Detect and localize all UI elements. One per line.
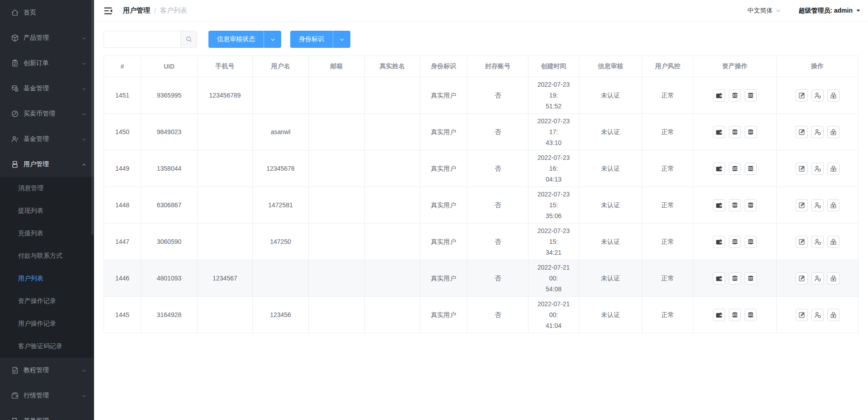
row-action-button-lock-icon[interactable] [827,272,840,285]
asset-action-button-coins-disable-icon[interactable] [745,199,757,211]
chevron-down-icon[interactable] [264,31,281,48]
asset-action-button-wallet-icon[interactable] [713,199,725,211]
row-action-button-lock-icon[interactable] [827,126,840,138]
submenu-item[interactable]: 资产操作记录 [0,290,94,313]
submenu-item[interactable]: 客户验证码记录 [0,335,94,358]
sidebar-item[interactable]: 创新订单 [0,51,94,76]
sidebar-item[interactable]: 菜单管理 [0,408,94,420]
asset-action-button-coins-disable-icon[interactable] [745,126,757,138]
cell-uid: 6306867 [141,187,198,224]
asset-action-button-coins-dollar-icon[interactable]: $ [729,126,741,138]
sidebar-item[interactable]: 用户管理 [0,152,94,177]
asset-action-button-coins-disable-icon[interactable] [745,272,757,285]
sidebar-item[interactable]: 基金管理 [0,76,94,101]
row-action-button-user-shield-icon[interactable] [811,126,824,138]
cell-review: 未认证 [579,150,642,187]
row-action-button-edit-icon[interactable] [796,89,808,102]
row-action-button-user-shield-icon[interactable] [811,236,824,248]
asset-action-button-coins-dollar-icon[interactable]: $ [729,163,741,175]
submenu-item[interactable]: 用户操作记录 [0,313,94,335]
cell-risk: 正常 [642,297,693,333]
created-line-1: 2022-07-23 15: [533,189,574,210]
asset-action-button-coins-dollar-icon[interactable]: $ [729,272,741,285]
cell-realname [365,114,420,150]
asset-action-button-wallet-icon[interactable] [713,163,725,175]
submenu-item[interactable]: 提现列表 [0,200,94,222]
cell-id: 1447 [104,224,141,260]
column-header: 创建时间 [528,56,579,77]
svg-text:$: $ [734,313,736,317]
breadcrumb-section: 用户管理 [123,6,150,15]
breadcrumb-page[interactable]: 客户列表 [160,6,187,15]
search-input[interactable] [104,31,180,47]
row-action-button-lock-icon[interactable] [827,163,840,175]
asset-action-button-coins-disable-icon[interactable] [745,236,757,248]
review-status-filter-button[interactable]: 信息审核状态 [208,31,281,48]
row-action-button-user-shield-icon[interactable] [811,199,824,211]
submenu-item[interactable]: 充值列表 [0,222,94,245]
asset-action-button-coins-disable-icon[interactable] [745,309,757,321]
row-action-button-edit-icon[interactable] [796,272,808,285]
table-row: 14509849023asanwl真实用户否2022-07-23 17:43:1… [104,114,859,150]
menu-flag-icon [11,417,19,420]
asset-action-button-wallet-icon[interactable] [713,126,725,138]
chevron-down-icon [81,418,87,420]
sidebar-item-label: 菜单管理 [24,417,49,420]
asset-action-button-wallet-icon[interactable] [713,272,725,285]
cell-asset-actions: $ [693,150,777,187]
collapse-sidebar-icon[interactable] [103,6,113,16]
cell-id: 1445 [104,297,141,333]
row-action-button-edit-icon[interactable] [796,163,808,175]
asset-action-button-coins-dollar-icon[interactable]: $ [729,309,741,321]
asset-action-button-coins-dollar-icon[interactable]: $ [729,89,741,102]
row-action-button-user-shield-icon[interactable] [811,309,824,321]
row-action-button-edit-icon[interactable] [796,236,808,248]
chevron-down-icon[interactable] [333,31,350,48]
submenu-item[interactable]: 付款与联系方式 [0,245,94,267]
created-line-2: 43:10 [533,137,574,148]
cell-identity: 真实用户 [420,224,467,260]
search-button[interactable] [180,31,197,47]
row-action-button-user-shield-icon[interactable] [811,163,824,175]
row-action-button-user-shield-icon[interactable] [811,89,824,102]
sidebar-item[interactable]: 买卖币管理 [0,101,94,126]
sidebar-scrollbar[interactable] [91,0,94,235]
asset-action-button-wallet-icon[interactable] [713,236,725,248]
row-action-button-edit-icon[interactable] [796,126,808,138]
sidebar-item[interactable]: 基金管理 [0,126,94,152]
asset-action-button-coins-disable-icon[interactable] [745,89,757,102]
row-action-button-edit-icon[interactable] [796,309,808,321]
asset-action-button-coins-disable-icon[interactable] [745,163,757,175]
submenu-item[interactable]: 消息管理 [0,177,94,200]
created-line-2: 35:06 [533,210,574,221]
asset-action-button-coins-dollar-icon[interactable]: $ [729,236,741,248]
row-action-button-lock-icon[interactable] [827,236,840,248]
sidebar-item-label: 行情管理 [24,392,49,400]
row-action-button-edit-icon[interactable] [796,199,808,211]
sidebar-item-label: 产品管理 [24,34,49,42]
sidebar-item[interactable]: 首页 [0,0,94,25]
sidebar-item[interactable]: 教程管理 [0,358,94,383]
asset-action-button-wallet-icon[interactable] [713,89,725,102]
identity-filter-button[interactable]: 身份标识 [290,31,350,48]
cell-created: 2022-07-23 17:43:10 [528,114,579,150]
svg-text:$: $ [734,240,736,243]
cell-sealed: 否 [467,150,528,187]
submenu-item[interactable]: 用户列表 [0,267,94,290]
asset-action-button-wallet-icon[interactable] [713,309,725,321]
language-selector[interactable]: 中文简体 [747,7,781,15]
asset-action-button-coins-dollar-icon[interactable]: $ [729,199,741,211]
table-row: 1449135804412345678真实用户否2022-07-23 16:04… [104,150,859,187]
admin-user-dropdown[interactable]: 超级管理员: admin [798,7,861,15]
sidebar-item[interactable]: 行情管理 [0,383,94,408]
cell-phone [198,187,253,224]
sidebar-item[interactable]: 产品管理 [0,25,94,51]
row-action-button-lock-icon[interactable] [827,309,840,321]
row-action-button-lock-icon[interactable] [827,199,840,211]
cell-realname [365,297,420,333]
row-action-button-lock-icon[interactable] [827,89,840,102]
row-action-button-user-shield-icon[interactable] [811,272,824,285]
cell-created: 2022-07-23 19:51:52 [528,77,579,114]
cell-created: 2022-07-21 00:54:08 [528,260,579,297]
chevron-down-icon [81,111,87,117]
